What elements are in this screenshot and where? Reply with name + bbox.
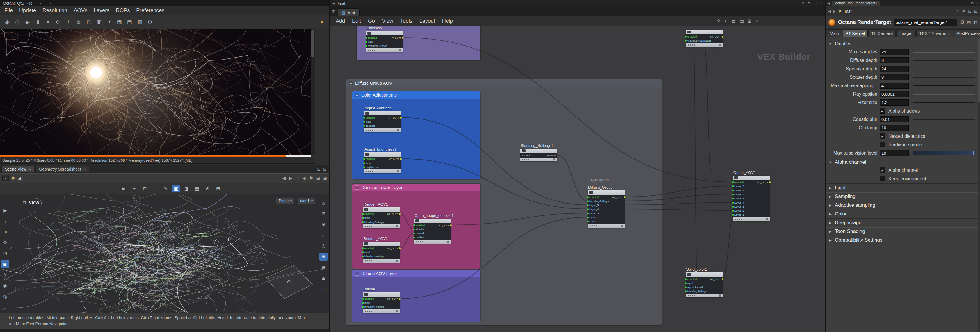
node-footer[interactable] <box>364 128 401 132</box>
ipr-menu-preferences[interactable]: Preferences <box>133 8 167 14</box>
node-input-blendingsettings[interactable]: blendingSettings <box>363 220 400 224</box>
grid-snap-icon[interactable]: ▦ <box>731 18 736 24</box>
close-icon[interactable]: × <box>29 167 31 171</box>
viewport-menu-icon[interactable]: ⊡ <box>23 200 26 205</box>
select-components-icon[interactable]: ◨ <box>183 184 191 192</box>
pick-material-icon[interactable]: ▣ <box>95 18 103 27</box>
node-input-layer-3[interactable]: Layer_3 <box>733 205 770 209</box>
display-flag-icon[interactable] <box>396 260 398 262</box>
node-input-input[interactable]: input <box>364 161 401 165</box>
node-input-enabled[interactable]: enabledNT_OUTP <box>364 116 401 120</box>
tab-tl-camera[interactable]: TL Camera <box>868 29 896 37</box>
back-icon[interactable]: ◀ <box>282 176 286 181</box>
node-footer[interactable] <box>414 240 451 244</box>
pane-split-icon[interactable]: ⊟ <box>968 9 971 13</box>
param-value-field[interactable]: 4 <box>880 83 909 89</box>
film-icon[interactable]: ▥ <box>135 18 144 27</box>
pan-tool-icon[interactable]: + <box>64 18 73 27</box>
ipr-menu-rops[interactable]: ROPs <box>113 8 133 14</box>
lock-icon[interactable]: ◧ <box>973 20 977 25</box>
node-input-layer-4[interactable]: Layer_4 <box>588 207 625 211</box>
node-titlebar[interactable] <box>414 219 451 223</box>
back-icon[interactable]: ◀ <box>332 2 335 5</box>
collapse-icon[interactable]: − <box>355 93 359 97</box>
node-input-enabled[interactable]: enabledNT_OUTP <box>366 36 403 40</box>
node-input-enabled[interactable]: enabledNT_OUTP <box>733 180 770 184</box>
node-footer[interactable] <box>686 294 722 297</box>
node-input-layer-5[interactable]: Layer_5 <box>733 197 770 200</box>
node-footer[interactable] <box>363 309 400 313</box>
play-icon[interactable]: ▶ <box>23 18 32 27</box>
view-options-icon[interactable]: ⊞ <box>214 184 222 192</box>
node-menu-icon[interactable]: ▾ <box>2 175 9 181</box>
ipr-menu-layers[interactable]: Layers <box>91 8 113 14</box>
param-slider[interactable] <box>913 128 975 129</box>
node-adjust-brightness1[interactable]: Adjust_brightness1enabledNT_OUTPinputbri… <box>364 152 401 173</box>
pin-icon[interactable]: ⚑ <box>962 9 966 13</box>
network-menu-add[interactable]: Add <box>332 18 348 24</box>
pin-icon[interactable]: ⚑ <box>309 176 313 181</box>
node-input-enabled[interactable]: enabledNT_OUTP <box>363 246 400 250</box>
node-input-blendingsettings[interactable]: blendingSettings <box>686 289 722 293</box>
node-input-blendingsettings[interactable]: blendingSettings <box>588 199 625 203</box>
display-flag-icon[interactable] <box>396 310 398 312</box>
group-header[interactable]: −Denoise Lower Layer <box>352 184 480 191</box>
brush-select-icon[interactable]: ✎ <box>162 184 170 192</box>
node-titlebar[interactable] <box>363 292 400 297</box>
view-layout-icon[interactable]: ▤ <box>320 285 328 293</box>
scrollbar-thumb[interactable] <box>978 38 980 102</box>
node-titlebar[interactable] <box>363 207 400 212</box>
new-tab-icon[interactable]: + <box>49 1 52 6</box>
section-sampling[interactable]: ▶Sampling <box>826 192 978 200</box>
section-quality[interactable]: ▼Quality <box>826 40 978 48</box>
add-tab-icon[interactable]: + <box>91 166 94 172</box>
select-tool-icon[interactable]: ▶ <box>120 184 128 192</box>
node-input-layer-4[interactable]: Layer_4 <box>733 200 770 205</box>
node-footer[interactable] <box>733 217 770 221</box>
node-titlebar[interactable] <box>366 31 403 35</box>
render-view[interactable] <box>0 29 311 155</box>
node-footer[interactable] <box>366 48 403 52</box>
ipr-menu-aovs[interactable]: AOVs <box>70 8 91 14</box>
section-color[interactable]: ▶Color <box>826 210 978 218</box>
display-flag-icon[interactable] <box>719 44 721 46</box>
node-input-normal[interactable]: normal <box>414 232 451 235</box>
measure-tool-icon[interactable]: ◉ <box>1 282 9 290</box>
node-titlebar[interactable] <box>364 111 401 115</box>
place-tool-icon[interactable]: ⊕ <box>1 228 9 236</box>
node-titlebar[interactable] <box>686 30 722 34</box>
section-light[interactable]: ▶Light <box>826 184 978 192</box>
render-view-scrollbar[interactable] <box>311 29 315 155</box>
node-render-aov2[interactable]: Render_AOV2enabledNT_OUTPinputblendingSe… <box>363 241 400 262</box>
node-input-chromaticaberration[interactable]: chromaticAberration <box>686 39 722 43</box>
node-input-brightness[interactable]: brightness <box>364 165 401 169</box>
close-icon[interactable]: × <box>40 1 42 6</box>
node-diffuse-group[interactable]: Diffuse_GroupenabledNT_OUTPblendingSetti… <box>588 191 625 228</box>
node-input-enabled[interactable]: enabledNT_OUTP <box>588 195 625 199</box>
restart-render-icon[interactable]: ⟳ <box>54 18 62 27</box>
param-slider[interactable] <box>913 94 975 95</box>
node-input-enabled[interactable]: enabledNT_OUTP <box>364 157 401 161</box>
zoom-tool-icon[interactable]: ⊕ <box>74 18 83 27</box>
display-flag-icon[interactable] <box>399 49 401 51</box>
display-shaded-icon[interactable]: ◐ <box>320 231 328 239</box>
param-slider[interactable] <box>913 102 975 103</box>
octane-logo-icon[interactable]: ✦ <box>318 18 326 27</box>
collapse-icon[interactable]: − <box>349 81 353 85</box>
group-header[interactable]: −Diffuse AOV Layer <box>352 270 480 277</box>
node-input-input[interactable]: input <box>363 216 400 220</box>
node-titlebar[interactable] <box>520 149 557 153</box>
aov-layers-icon[interactable]: ▤ <box>125 18 134 27</box>
node-blending-settings1[interactable]: Blending_Settings1− moremore − <box>520 149 557 161</box>
close-icon[interactable]: × <box>977 2 978 5</box>
param-slider[interactable] <box>913 86 975 86</box>
select-objects-icon[interactable]: ▣ <box>172 184 180 192</box>
node-input-prefilter[interactable]: prefilter <box>414 235 451 240</box>
node-input-layer-8[interactable]: Layer_8 <box>733 184 770 188</box>
node-input-enabled[interactable]: enabledNT_OUTP <box>414 223 451 227</box>
param-value-field[interactable]: 10 <box>880 150 909 156</box>
translate-tool-icon[interactable]: + <box>130 184 138 192</box>
node-imager-node[interactable]: enabledNT_OUTPchromaticAberration <box>686 30 722 47</box>
param-value-field[interactable]: 24 <box>880 66 909 72</box>
node-input-layer-1[interactable]: Layer_1 <box>733 213 770 217</box>
